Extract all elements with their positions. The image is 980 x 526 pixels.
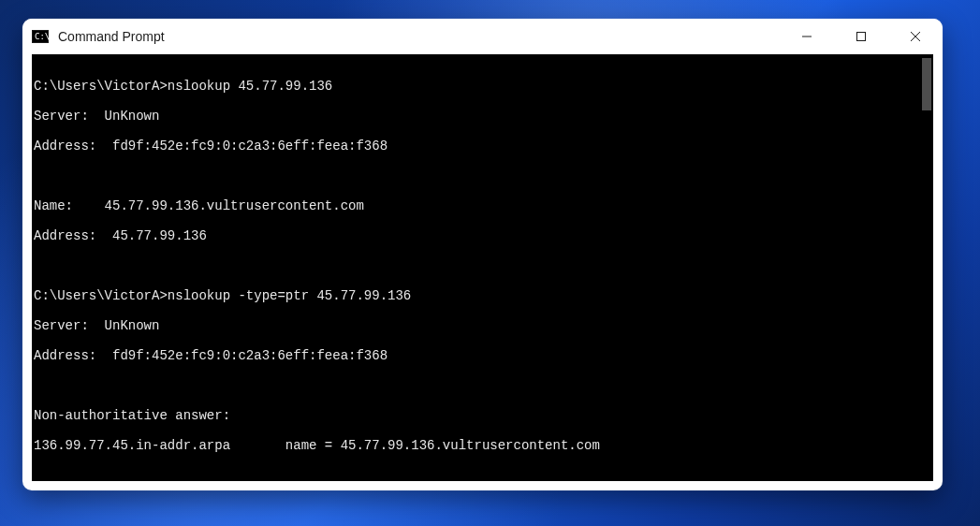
terminal-line: Server: UnKnown bbox=[34, 318, 933, 333]
terminal-content: C:\Users\VictorA>nslookup 45.77.99.136 S… bbox=[32, 54, 933, 481]
svg-rect-4 bbox=[857, 33, 866, 41]
svg-text:C:\: C:\ bbox=[35, 32, 49, 41]
terminal-line: 136.99.77.45.in-addr.arpa name = 45.77.9… bbox=[34, 438, 933, 453]
terminal-line bbox=[34, 378, 933, 393]
titlebar[interactable]: C:\ Command Prompt bbox=[22, 19, 943, 54]
window-title: Command Prompt bbox=[58, 29, 165, 44]
terminal-line bbox=[34, 168, 933, 183]
terminal-line bbox=[34, 258, 933, 273]
terminal-line: C:\Users\VictorA>nslookup 45.77.99.136 bbox=[34, 79, 933, 94]
terminal-line: Address: fd9f:452e:fc9:0:c2a3:6eff:feea:… bbox=[34, 348, 933, 363]
terminal-line: C:\Users\VictorA>nslookup -type=ptr 45.7… bbox=[34, 288, 933, 303]
terminal-line: Name: 45.77.99.136.vultrusercontent.com bbox=[34, 198, 933, 213]
terminal-line: Address: fd9f:452e:fc9:0:c2a3:6eff:feea:… bbox=[34, 139, 933, 153]
terminal-line: Server: UnKnown bbox=[34, 109, 933, 124]
terminal-line: Non-authoritative answer: bbox=[34, 408, 933, 423]
terminal-line: Address: 45.77.99.136 bbox=[34, 228, 933, 243]
close-button[interactable] bbox=[888, 19, 943, 54]
terminal-line bbox=[34, 468, 933, 481]
desktop-background: C:\ Command Prompt bbox=[0, 0, 980, 526]
terminal-area[interactable]: C:\Users\VictorA>nslookup 45.77.99.136 S… bbox=[32, 54, 933, 481]
vertical-scrollbar-thumb[interactable] bbox=[922, 58, 931, 110]
maximize-button[interactable] bbox=[834, 19, 888, 54]
cmd-icon: C:\ bbox=[32, 30, 49, 43]
minimize-button[interactable] bbox=[780, 19, 834, 54]
window-controls bbox=[780, 19, 943, 54]
command-prompt-window: C:\ Command Prompt bbox=[22, 19, 943, 490]
